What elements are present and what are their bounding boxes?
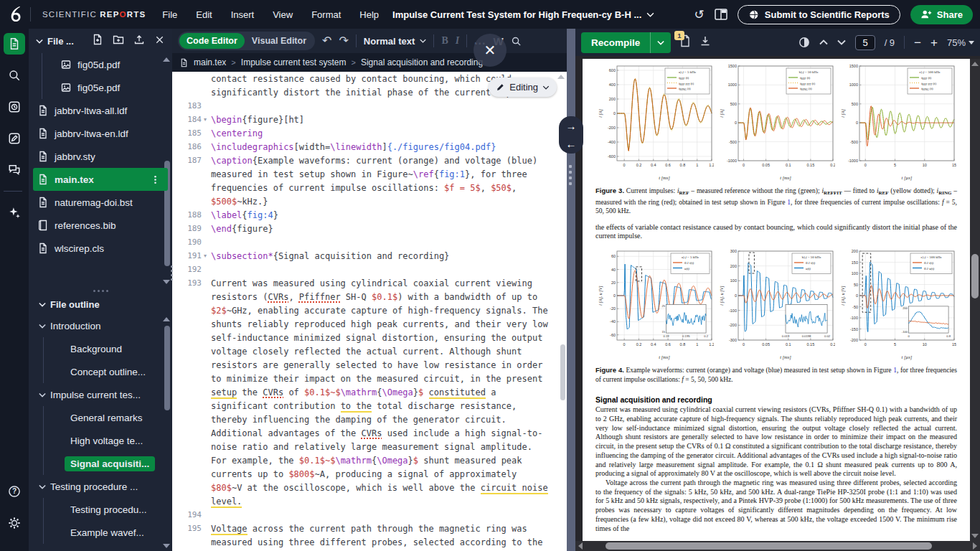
outline-item-general-remarks[interactable]: General remarks	[29, 406, 172, 429]
zoom-in-icon[interactable]: +	[930, 37, 938, 49]
paragraph-style-dropdown[interactable]: Normal text	[364, 36, 427, 47]
share-button[interactable]: Share	[910, 5, 973, 24]
file-item-fig05e.pdf[interactable]: fig05e.pdf	[29, 76, 172, 99]
review-icon[interactable]	[4, 128, 25, 149]
file-outline-header[interactable]: File outline	[29, 294, 172, 314]
chevron-down-icon[interactable]	[39, 392, 46, 397]
history-icon[interactable]	[4, 96, 25, 118]
menu-help[interactable]: Help	[350, 9, 388, 20]
help-icon[interactable]: ?	[4, 481, 25, 502]
code-line[interactable]: shunts reliably reproduced high peak cur…	[172, 317, 567, 331]
file-item-fig05d.pdf[interactable]: fig05d.pdf	[29, 53, 172, 76]
page-number-input[interactable]: 5	[855, 35, 875, 50]
breadcrumb-file[interactable]: main.tex	[194, 57, 226, 67]
code-area[interactable]: contact resistance caused by contact bou…	[172, 72, 567, 551]
file-item-jabbrv.sty[interactable]: jabbrv.sty	[29, 145, 172, 168]
outline-item-example-wavef---[interactable]: Example wavef...	[29, 521, 172, 544]
sync-to-code-icon[interactable]: ←	[566, 138, 577, 149]
code-line[interactable]: currents up to $800$~A, producing a sign…	[172, 467, 567, 481]
code-line[interactable]: $2$~GHz, enabling accurate capture of hi…	[172, 303, 567, 317]
search-icon[interactable]	[4, 65, 25, 86]
redo-icon[interactable]: ↷	[339, 35, 348, 47]
outline-item-introduction[interactable]: Introduction	[29, 314, 172, 337]
settings-gear-icon[interactable]	[4, 512, 25, 534]
file-item-references.bib[interactable]: references.bib	[29, 214, 172, 237]
layout-icon[interactable]	[715, 9, 727, 20]
pdf-horizontal-scrollbar[interactable]	[575, 541, 980, 551]
breadcrumb-section[interactable]: Impulse current test system	[241, 57, 347, 67]
code-line[interactable]: voltage closely reflected the actual cur…	[172, 344, 567, 358]
chat-icon[interactable]	[4, 159, 25, 181]
code-line[interactable]: For example, the $0.1$~$\mathrm{\Omega}$…	[172, 453, 567, 467]
code-line[interactable]: 183	[172, 99, 567, 113]
ai-assistant-sparkle-icon[interactable]	[4, 202, 25, 223]
recompile-button[interactable]: Recompile	[581, 32, 671, 53]
fold-marker[interactable]: ▾	[204, 253, 211, 259]
code-line[interactable]: $500$~kHz.}	[172, 194, 567, 208]
outline-item-testing-procedure----[interactable]: Testing procedure ...	[29, 475, 172, 498]
page-down-icon[interactable]	[837, 39, 846, 45]
code-line[interactable]: to minimize their impact on the measured…	[172, 372, 567, 385]
menu-insert[interactable]: Insert	[222, 9, 264, 20]
code-line[interactable]: measured using three different probes, s…	[172, 535, 567, 549]
scroll-down-arrow[interactable]	[163, 280, 170, 284]
outline-item-background[interactable]: Background	[29, 337, 172, 360]
italic-icon[interactable]: I	[456, 35, 459, 47]
code-line[interactable]: noise ratio and relatively large measure…	[172, 440, 567, 453]
overleaf-logo[interactable]: SCIENTIFIC REPORTS	[0, 6, 153, 23]
kebab-menu-icon[interactable]	[150, 174, 161, 185]
pdf-vscroll-thumb[interactable]	[971, 254, 979, 298]
code-line[interactable]: 189\end{figure}	[172, 222, 567, 235]
outline-item-signal-acquisiti---[interactable]: Signal acquisiti...	[29, 452, 172, 475]
file-item-main.tex[interactable]: main.tex	[33, 168, 168, 191]
outline-resize-handle[interactable]	[29, 287, 172, 294]
code-line[interactable]: self-inductance minimized signal distort…	[172, 331, 567, 344]
file-item-jabbrv-ltwa-en.ldf[interactable]: jabbrv-ltwa-en.ldf	[29, 122, 172, 145]
outline-item-testing-procedu---[interactable]: Testing procedu...	[29, 498, 172, 521]
chevron-down-icon[interactable]	[36, 39, 43, 44]
history-icon[interactable]: ↺	[694, 9, 705, 21]
editor-doc-icon[interactable]	[4, 33, 25, 55]
code-line[interactable]: 190	[172, 235, 567, 249]
file-item-naturemag-doi.bst[interactable]: naturemag-doi.bst	[29, 191, 172, 214]
code-line[interactable]: $80$~V at the oscilloscope, which is wel…	[172, 481, 567, 494]
menu-view[interactable]: View	[263, 9, 302, 20]
breadcrumb-subsection[interactable]: Signal acquisition and recording	[361, 57, 483, 67]
code-line[interactable]: 188\label{fig:4}	[172, 208, 567, 222]
editor-scrollbar[interactable]	[560, 344, 565, 400]
code-line[interactable]: resistors (CVRs, Pfiffner SH-Q $0.1$) wi…	[172, 290, 567, 303]
code-line[interactable]: 194	[172, 508, 567, 522]
code-line[interactable]: significant contribution to the total di…	[172, 399, 567, 413]
code-line[interactable]: setup the CVRs of $0.1$~$\mathrm{\Omega}…	[172, 385, 567, 399]
close-overlay-button[interactable]: ✕	[473, 34, 507, 67]
code-line[interactable]: level.	[172, 494, 567, 508]
code-line[interactable]: resistors are generally selected to have…	[172, 358, 567, 372]
zoom-out-icon[interactable]: −	[914, 37, 921, 49]
code-line[interactable]: Additional advantages of the CVRs used i…	[172, 426, 567, 440]
menu-file[interactable]: File	[153, 9, 187, 20]
code-line[interactable]: 193Current was measured using cylindrica…	[172, 276, 567, 290]
code-line[interactable]: 184▾\begin{figure}[ht]	[172, 113, 567, 126]
editing-mode-pill[interactable]: Editing	[489, 77, 557, 97]
panel-resize-dots[interactable]	[171, 265, 173, 281]
pdf-vertical-scrollbar[interactable]	[970, 59, 980, 541]
zoom-level-dropdown[interactable]: 75%	[947, 37, 974, 48]
new-file-icon[interactable]	[92, 34, 103, 48]
file-item-wlscirep.cls[interactable]: wlscirep.cls	[29, 237, 172, 260]
code-line[interactable]: 195Voltage across the current path throu…	[172, 522, 567, 535]
new-folder-icon[interactable]	[113, 34, 124, 48]
recompile-options-chevron[interactable]	[650, 32, 671, 53]
code-line[interactable]: 192	[172, 263, 567, 276]
menu-format[interactable]: Format	[302, 9, 350, 20]
code-line[interactable]: 187\caption{Example waveforms: current (…	[172, 154, 567, 167]
code-line[interactable]: measured in test setup shown in Figure~\…	[172, 167, 567, 181]
close-panel-icon[interactable]	[154, 34, 165, 48]
outline-item-impulse-current-tes---[interactable]: Impulse current tes...	[29, 383, 172, 406]
code-line[interactable]: 185\centering	[172, 126, 567, 140]
outline-item-concept-outline---[interactable]: Concept outline...	[29, 360, 172, 383]
document-title[interactable]: Impulse Current Test System for High Fre…	[392, 9, 654, 20]
outline-item-high-voltage-te---[interactable]: High voltage te...	[29, 429, 172, 452]
code-line[interactable]: frequencies of current impulse oscillati…	[172, 181, 567, 194]
menu-edit[interactable]: Edit	[187, 9, 221, 20]
upload-icon[interactable]	[133, 34, 145, 48]
